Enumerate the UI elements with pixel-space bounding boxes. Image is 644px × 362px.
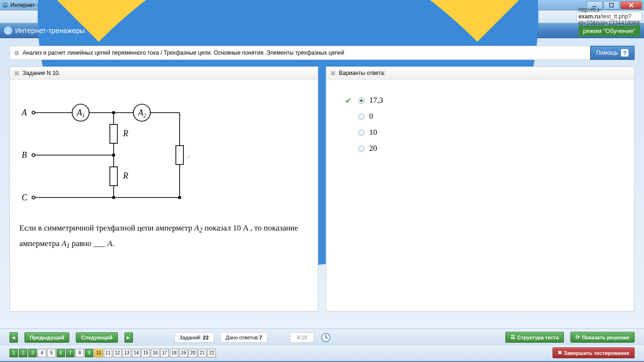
answer-label: 20 [369,144,377,153]
help-icon: ? [621,49,628,57]
radio-button[interactable] [358,98,364,104]
clock-icon [321,332,331,343]
breadcrumb: Анализ и расчет линейных цепей переменно… [9,46,590,60]
page-number[interactable]: 11 [104,349,112,357]
svg-text:R: R [123,129,128,138]
page-number[interactable]: 15 [141,349,150,357]
globe-icon [4,26,12,35]
svg-point-14 [113,154,115,156]
mode-label: режим "Обучение" [578,25,641,36]
prev-arrow-button[interactable]: ◄ [9,332,18,343]
page-number[interactable]: 20 [189,349,197,357]
answers-header: Варианты ответа: [339,70,386,76]
timer: 4:19 [290,332,314,343]
nav-bar: ◄ Предыдущий Следующий ► Заданий: 22 Дан… [0,329,644,346]
tasks-count-box: Заданий: 22 [174,332,214,343]
page-number[interactable]: 8 [75,349,84,357]
svg-text:R: R [123,171,128,181]
page-number[interactable]: 21 [198,349,206,357]
answer-label: 0 [369,112,373,121]
page-number[interactable]: 18 [170,349,178,357]
answer-option[interactable]: ✔17,3 [336,96,625,105]
radio-button[interactable] [358,130,364,136]
next-arrow-button[interactable]: ► [124,332,133,343]
question-text: Если в симметричной трехфазной цепи ампе… [19,221,308,252]
page-number[interactable]: 19 [179,349,188,357]
svg-point-16 [179,197,181,199]
svg-point-11 [32,154,35,156]
app-title: Интернет-тренажеры [15,26,578,34]
page-number[interactable]: 17 [160,349,169,357]
page-number[interactable]: 14 [132,349,140,357]
address-bar: http://tt.i-exam.ru/test_tt.php?id=10&ts… [0,10,644,23]
show-solution-button[interactable]: ⟳ Показать решение [570,332,635,343]
svg-rect-20 [110,167,117,186]
page-number[interactable]: 9 [85,349,93,357]
page-number[interactable]: 5 [47,349,56,357]
answer-option[interactable]: 0 [336,112,625,121]
answer-label: 17,3 [369,96,383,105]
page-number[interactable]: 22 [207,349,216,357]
answers-panel: Варианты ответа: ✔17,301020 [326,66,635,312]
finish-button[interactable]: ✖ Завершить тестирование [553,347,635,358]
bullet-icon [331,71,335,75]
prev-button[interactable]: Предыдущий [25,332,69,343]
page-number[interactable]: 1 [9,349,18,357]
next-button[interactable]: Следующий [76,332,117,343]
page-number[interactable]: 2 [19,349,27,357]
answer-label: 10 [369,128,377,137]
url-input[interactable]: http://tt.i-exam.ru/test_tt.php?id=10&ts… [576,12,642,21]
svg-rect-21 [176,146,183,165]
svg-point-13 [113,112,115,114]
answer-option[interactable]: 20 [336,144,625,153]
svg-point-10 [32,111,35,114]
structure-button[interactable]: ☰ Структура теста [505,332,564,343]
page-number[interactable]: 7 [66,349,74,357]
svg-text:B: B [22,150,27,160]
svg-text:C: C [22,193,28,202]
svg-text:A: A [21,108,27,117]
svg-rect-19 [110,124,117,143]
page-number[interactable]: 12 [113,349,122,357]
task-panel: Задание N 10. [9,66,318,312]
bullet-icon [15,71,19,75]
svg-point-15 [113,197,115,199]
svg-point-12 [32,196,35,199]
pager-bar: 12345678910111213141516171819202122 ✖ За… [0,346,644,361]
page-number[interactable]: 6 [57,349,65,357]
answer-option[interactable]: 10 [336,128,625,137]
page-number[interactable]: 16 [151,349,159,357]
radio-button[interactable] [358,146,364,152]
help-button[interactable]: Помощь ? [590,46,635,60]
page-number[interactable]: 13 [123,349,131,357]
task-header: Задание N 10. [23,70,60,76]
correct-check-icon: ✔ [345,96,354,105]
page-number[interactable]: 3 [28,349,37,357]
radio-button[interactable] [358,114,364,120]
circuit-diagram: A B C A1 A2 R R R [19,99,189,212]
answers-count-box: Дано ответов:7 [221,332,267,343]
svg-text:R: R [188,150,189,159]
page-number[interactable]: 10 [94,349,103,357]
page-number[interactable]: 4 [38,349,46,357]
bullet-icon [15,51,19,55]
